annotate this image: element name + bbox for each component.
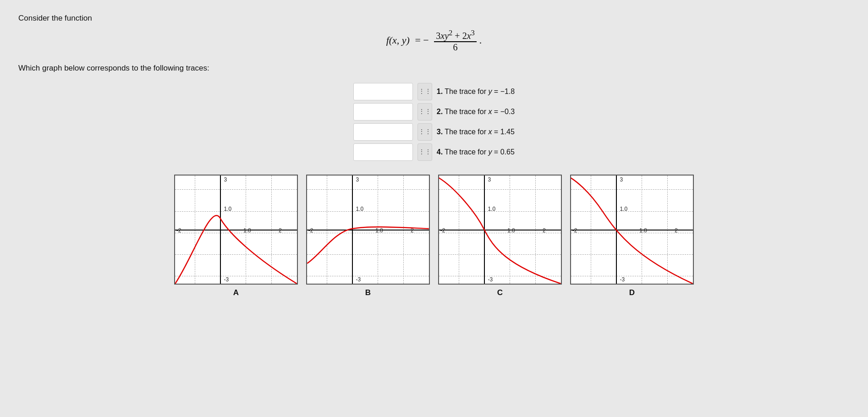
trace-row-2: ⋮⋮ 2. The trace for x = −0.3 bbox=[353, 103, 515, 121]
graph-label-C: C bbox=[497, 288, 503, 297]
consider-text: Consider the function bbox=[18, 14, 850, 23]
trace-drag-icon-1[interactable]: ⋮⋮ bbox=[418, 83, 432, 100]
graph-D-curve bbox=[571, 176, 693, 284]
trace-input-2[interactable] bbox=[353, 103, 413, 121]
graph-label-B: B bbox=[365, 288, 371, 297]
graph-box-C[interactable]: 3 1.0 1.0 -2 2 -3 bbox=[438, 175, 562, 285]
traces-table: ⋮⋮ 1. The trace for y = −1.8 ⋮⋮ 2. The t… bbox=[353, 83, 515, 161]
trace-row-4: ⋮⋮ 4. The trace for y = 0.65 bbox=[353, 143, 515, 161]
trace-drag-icon-3[interactable]: ⋮⋮ bbox=[418, 123, 432, 141]
formula-container: f(x, y) = − 3xy2 + 2x3 6 . bbox=[18, 28, 850, 53]
graph-container-C: 3 1.0 1.0 -2 2 -3 C bbox=[438, 175, 562, 297]
trace-row-1: ⋮⋮ 1. The trace for y = −1.8 bbox=[353, 83, 515, 100]
trace-drag-icon-2[interactable]: ⋮⋮ bbox=[418, 103, 432, 121]
graph-box-B[interactable]: 3 1.0 1.0 -2 2 -3 bbox=[306, 175, 430, 285]
formula-lhs: f(x, y) bbox=[386, 34, 410, 46]
formula: f(x, y) = − 3xy2 + 2x3 6 . bbox=[386, 28, 482, 53]
trace-label-3: 3. The trace for x = 1.45 bbox=[437, 128, 515, 136]
trace-label-2: 2. The trace for x = −0.3 bbox=[437, 108, 515, 116]
traces-section: ⋮⋮ 1. The trace for y = −1.8 ⋮⋮ 2. The t… bbox=[18, 83, 850, 161]
graph-label-D: D bbox=[629, 288, 635, 297]
graph-container-A: 3 1.0 1.0 -2 2 -3 A bbox=[174, 175, 298, 297]
trace-input-4[interactable] bbox=[353, 143, 413, 161]
trace-drag-icon-4[interactable]: ⋮⋮ bbox=[418, 143, 432, 161]
formula-dot: . bbox=[479, 34, 482, 46]
formula-numerator: 3xy2 + 2x3 bbox=[434, 28, 477, 42]
graph-box-D[interactable]: 3 1.0 1.0 -2 2 -3 bbox=[570, 175, 694, 285]
graph-box-A[interactable]: 3 1.0 1.0 -2 2 -3 bbox=[174, 175, 298, 285]
formula-eq: = − bbox=[412, 34, 431, 46]
which-graph-text: Which graph below corresponds to the fol… bbox=[18, 64, 850, 73]
graphs-section: 3 1.0 1.0 -2 2 -3 A bbox=[18, 175, 850, 297]
formula-denominator: 6 bbox=[451, 42, 460, 53]
formula-fraction: 3xy2 + 2x3 6 bbox=[434, 28, 477, 53]
trace-input-1[interactable] bbox=[353, 83, 413, 100]
graph-container-D: 3 1.0 1.0 -2 2 -3 D bbox=[570, 175, 694, 297]
graph-A-curve bbox=[175, 176, 297, 284]
trace-input-3[interactable] bbox=[353, 123, 413, 141]
graph-container-B: 3 1.0 1.0 -2 2 -3 B bbox=[306, 175, 430, 297]
trace-row-3: ⋮⋮ 3. The trace for x = 1.45 bbox=[353, 123, 515, 141]
graph-B-curve bbox=[307, 176, 429, 284]
graph-label-A: A bbox=[233, 288, 239, 297]
graph-C-curve bbox=[439, 176, 561, 284]
trace-label-1: 1. The trace for y = −1.8 bbox=[437, 88, 515, 96]
trace-label-4: 4. The trace for y = 0.65 bbox=[437, 148, 515, 156]
